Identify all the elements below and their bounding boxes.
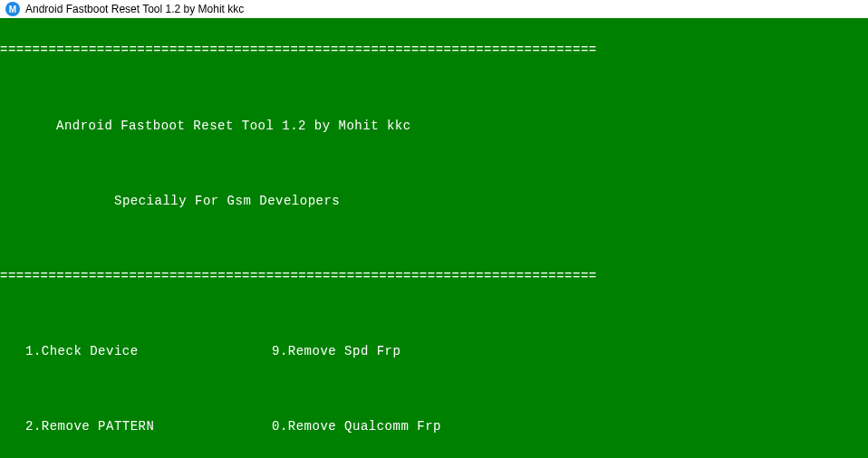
menu-item-9: 9.Remove Spd Frp bbox=[272, 341, 400, 361]
terminal-output[interactable]: ========================================… bbox=[0, 18, 868, 458]
header-subtitle: Specially For Gsm Developers bbox=[0, 191, 868, 211]
divider-top: ========================================… bbox=[0, 40, 868, 60]
menu-item-1: 1.Check Device bbox=[0, 341, 272, 361]
icon-letter: M bbox=[9, 5, 16, 14]
divider-mid: ========================================… bbox=[0, 266, 868, 286]
window-title: Android Fastboot Reset Tool 1.2 by Mohit… bbox=[25, 3, 244, 15]
menu-item-0: 0.Remove Qualcomm Frp bbox=[272, 416, 441, 436]
header-title: Android Fastboot Reset Tool 1.2 by Mohit… bbox=[0, 116, 868, 136]
window-titlebar: M Android Fastboot Reset Tool 1.2 by Moh… bbox=[0, 0, 868, 18]
motorola-icon: M bbox=[5, 2, 20, 16]
menu-item-2: 2.Remove PATTERN bbox=[0, 416, 272, 436]
